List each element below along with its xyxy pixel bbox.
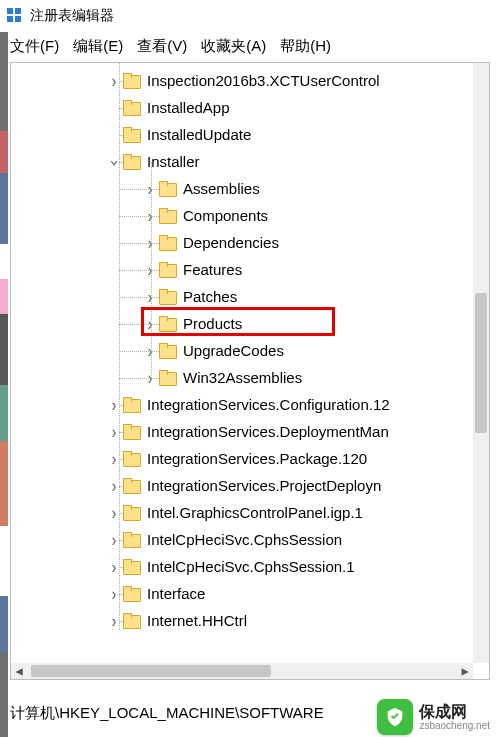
tree-view[interactable]: Inspection2016b3.XCTUserControlInstalled…	[11, 63, 473, 663]
vertical-scrollbar[interactable]	[473, 63, 489, 663]
tree-item-label: Intel.GraphicsControlPanel.igp.1	[147, 504, 363, 521]
menu-favorites[interactable]: 收藏夹(A)	[201, 37, 266, 56]
window-title: 注册表编辑器	[30, 7, 114, 25]
chevron-right-icon[interactable]	[105, 398, 123, 412]
tree-item-label: InstalledUpdate	[147, 126, 251, 143]
tree-item[interactable]: Intel.GraphicsControlPanel.igp.1	[11, 499, 473, 526]
tree-item[interactable]: IntegrationServices.Package.120	[11, 445, 473, 472]
tree-item[interactable]: IntegrationServices.DeploymentMan	[11, 418, 473, 445]
tree-item-label: IntegrationServices.Configuration.12	[147, 396, 390, 413]
chevron-right-icon[interactable]	[141, 182, 159, 196]
folder-icon	[159, 181, 177, 197]
chevron-right-icon[interactable]	[105, 614, 123, 628]
tree-item[interactable]: Internet.HHCtrl	[11, 607, 473, 634]
tree-item[interactable]: Inspection2016b3.XCTUserControl	[11, 67, 473, 94]
chevron-right-icon[interactable]	[105, 533, 123, 547]
tree-item-label: Interface	[147, 585, 205, 602]
tree-item[interactable]: InstalledApp	[11, 94, 473, 121]
tree-item[interactable]: Win32Assemblies	[11, 364, 473, 391]
svg-rect-2	[7, 16, 13, 22]
chevron-right-icon[interactable]	[105, 425, 123, 439]
folder-icon	[159, 262, 177, 278]
chevron-right-icon[interactable]	[141, 236, 159, 250]
folder-icon	[123, 559, 141, 575]
menu-edit[interactable]: 编辑(E)	[73, 37, 123, 56]
menu-help[interactable]: 帮助(H)	[280, 37, 331, 56]
tree-item-label: Internet.HHCtrl	[147, 612, 247, 629]
chevron-right-icon[interactable]	[105, 74, 123, 88]
tree-item-label: Dependencies	[183, 234, 279, 251]
tree-item[interactable]: Patches	[11, 283, 473, 310]
chevron-right-icon[interactable]	[105, 560, 123, 574]
folder-icon	[159, 370, 177, 386]
tree-item[interactable]: Interface	[11, 580, 473, 607]
left-decorative-strip	[0, 32, 8, 737]
chevron-right-icon[interactable]	[141, 290, 159, 304]
scroll-left-arrow-icon[interactable]: ◀	[11, 663, 27, 679]
folder-icon	[159, 235, 177, 251]
svg-rect-1	[15, 8, 21, 14]
folder-icon	[159, 289, 177, 305]
folder-icon	[123, 100, 141, 116]
chevron-right-icon[interactable]	[105, 452, 123, 466]
tree-item[interactable]: IntelCpHeciSvc.CphsSession	[11, 526, 473, 553]
folder-icon	[123, 127, 141, 143]
tree-item-label: Products	[183, 315, 242, 332]
app-icon	[6, 7, 24, 25]
folder-icon	[123, 505, 141, 521]
chevron-right-icon[interactable]	[105, 479, 123, 493]
folder-icon	[159, 316, 177, 332]
tree-item-label: IntegrationServices.Package.120	[147, 450, 367, 467]
tree-item-label: IntelCpHeciSvc.CphsSession	[147, 531, 342, 548]
chevron-right-icon[interactable]	[141, 209, 159, 223]
tree-item-label: Installer	[147, 153, 200, 170]
tree-item[interactable]: IntelCpHeciSvc.CphsSession.1	[11, 553, 473, 580]
chevron-right-icon[interactable]	[141, 317, 159, 331]
watermark: 保成网 zsbaocheng.net	[373, 697, 494, 737]
tree-panel: Inspection2016b3.XCTUserControlInstalled…	[10, 62, 490, 680]
tree-item-label: Patches	[183, 288, 237, 305]
address-bar: 计算机\HKEY_LOCAL_MACHINE\SOFTWARE	[10, 704, 370, 723]
folder-icon	[123, 397, 141, 413]
tree-item-label: Features	[183, 261, 242, 278]
tree-item[interactable]: IntegrationServices.Configuration.12	[11, 391, 473, 418]
folder-icon	[123, 478, 141, 494]
svg-rect-3	[15, 16, 21, 22]
tree-item[interactable]: Dependencies	[11, 229, 473, 256]
tree-item[interactable]: Assemblies	[11, 175, 473, 202]
horizontal-scroll-thumb[interactable]	[31, 665, 271, 677]
horizontal-scrollbar[interactable]: ◀ ▶	[11, 663, 473, 679]
watermark-en: zsbaocheng.net	[419, 720, 490, 731]
tree-item[interactable]: Installer	[11, 148, 473, 175]
registry-editor-window: 注册表编辑器 文件(F) 编辑(E) 查看(V) 收藏夹(A) 帮助(H) In…	[0, 0, 500, 737]
tree-item-label: UpgradeCodes	[183, 342, 284, 359]
watermark-text: 保成网 zsbaocheng.net	[419, 703, 490, 732]
tree-item[interactable]: UpgradeCodes	[11, 337, 473, 364]
folder-icon	[159, 343, 177, 359]
chevron-right-icon[interactable]	[105, 587, 123, 601]
watermark-badge-icon	[377, 699, 413, 735]
chevron-right-icon[interactable]	[141, 371, 159, 385]
folder-icon	[123, 613, 141, 629]
tree-item[interactable]: Features	[11, 256, 473, 283]
tree-item-label: IntegrationServices.DeploymentMan	[147, 423, 389, 440]
chevron-right-icon[interactable]	[105, 506, 123, 520]
vertical-scroll-thumb[interactable]	[475, 293, 487, 433]
folder-icon	[123, 154, 141, 170]
folder-icon	[123, 424, 141, 440]
chevron-down-icon[interactable]	[105, 154, 123, 170]
tree-item[interactable]: InstalledUpdate	[11, 121, 473, 148]
chevron-right-icon[interactable]	[141, 344, 159, 358]
tree-item[interactable]: IntegrationServices.ProjectDeployn	[11, 472, 473, 499]
chevron-right-icon[interactable]	[141, 263, 159, 277]
tree-item-label: Assemblies	[183, 180, 260, 197]
folder-icon	[123, 451, 141, 467]
scroll-right-arrow-icon[interactable]: ▶	[457, 663, 473, 679]
folder-icon	[123, 532, 141, 548]
tree-item-label: Win32Assemblies	[183, 369, 302, 386]
menu-file[interactable]: 文件(F)	[10, 37, 59, 56]
tree-item[interactable]: Products	[11, 310, 473, 337]
tree-item[interactable]: Components	[11, 202, 473, 229]
menu-view[interactable]: 查看(V)	[137, 37, 187, 56]
tree-item-label: IntegrationServices.ProjectDeployn	[147, 477, 381, 494]
